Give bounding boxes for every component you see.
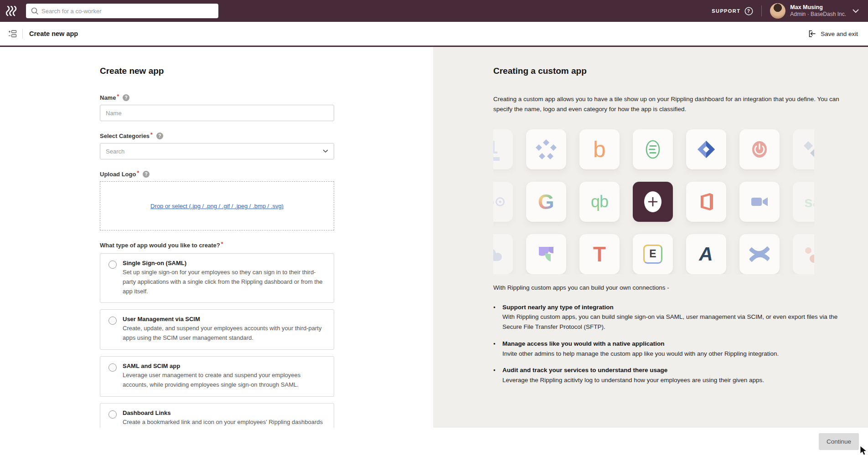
avatar [770,3,785,19]
benefit-description: Leverage the Rippling acitivty log to un… [502,375,853,385]
info-heading: Creating a custom app [493,66,868,76]
radio-icon[interactable] [108,317,117,325]
logo-upload-link[interactable]: Drop or select (.jpg / .png / .gif / .jp… [150,203,284,210]
required-mark: * [137,170,139,176]
ellipse-lines-icon [643,139,663,159]
app-tile-video-camera [739,182,780,222]
chevron-down-icon [852,9,859,13]
radio-icon[interactable] [108,410,117,419]
option-user-management-scim[interactable]: User Management via SCIM Create, update,… [100,309,334,350]
mouse-cursor [860,445,868,455]
app-tile-letter-b: b [579,129,620,169]
save-and-exit-button[interactable]: Save and exit [808,30,858,38]
app-tile-power [739,129,780,169]
app-tile-salmon-dots [793,234,814,274]
curved-x-icon [749,244,770,264]
option-description: Create, update, and suspend your employe… [123,324,326,343]
option-title: User Management via SCIM [123,316,326,322]
tile-row: ro G qb [493,182,814,222]
app-tile-curved-x [739,234,780,274]
option-dashboard-links[interactable]: Dashboard Links Create a bookmarked link… [100,403,334,428]
radio-icon[interactable] [108,261,117,269]
support-label: SUPPORT [712,8,740,14]
leaf-icon [536,244,556,264]
option-description: Set up single sign-on for your employees… [123,268,326,296]
option-title: Dashboard Links [123,409,326,416]
jira-diamond-icon [696,139,716,159]
benefit-title: Audit and track your services to underst… [502,366,853,375]
header-divider [761,5,762,16]
target-icon [495,197,505,207]
app-list-icon[interactable] [8,30,17,38]
name-help-icon[interactable]: ? [123,94,129,101]
benefit-item: Manage access like you would with a nati… [493,339,853,359]
app-tile-green-ellipse [633,129,673,169]
account-menu[interactable]: Max Musing Admin · BaseDash Inc. [770,3,859,19]
app-tile-ro-target: ro [493,182,513,222]
app-tile-quickbooks: qb [579,182,620,222]
app-type-group: What type of app would you like to creat… [100,242,334,428]
benefit-item: Audit and track your services to underst… [493,366,853,385]
page-title: Create new app [29,30,78,37]
benefit-description: With Rippling custom apps, you can build… [502,312,853,332]
app-tile-number-one: 1 [493,129,513,169]
benefit-title: Manage access like you would with a nati… [502,339,853,349]
two-diamonds-icon [803,139,814,159]
categories-search-input[interactable] [100,143,334,159]
categories-select[interactable] [100,143,334,159]
categories-field-group: Select Categories * ? [100,133,334,159]
app-tile-jira [686,129,726,169]
continue-button[interactable]: Continue [819,433,859,450]
diamond-star-icon [536,139,557,159]
required-mark: * [221,241,223,247]
name-label: Name [100,94,116,101]
tile-row: T E A [493,234,814,274]
radio-icon[interactable] [108,363,117,372]
categories-help-icon[interactable]: ? [156,133,163,139]
info-intro: Creating a custom app allows you to have… [493,94,843,115]
logo-help-icon[interactable]: ? [143,171,150,178]
app-type-label: What type of app would you like to creat… [100,242,220,249]
benefit-title: Support nearly any type of integration [502,303,853,312]
exit-icon [808,30,816,38]
search-input[interactable] [26,4,218,18]
option-single-sign-on-saml[interactable]: Single Sign-on (SAML) Set up single sign… [100,253,334,303]
page-toolbar: Create new app Save and exit [0,22,868,47]
benefits-list: Support nearly any type of integration W… [493,303,853,385]
app-tile-custom-app [633,182,673,222]
connections-line: With Rippling custom apps you can build … [493,284,868,291]
app-tile-letter-a: A [686,234,726,274]
logo-dropzone[interactable]: Drop or select (.jpg / .png / .gif / .jp… [100,181,334,230]
option-saml-and-scim[interactable]: SAML and SCIM app Leverage user manageme… [100,356,334,397]
required-mark: * [117,93,119,100]
form-heading: Create new app [100,66,334,76]
office-icon [696,192,716,212]
top-header: SUPPORT ? Max Musing Admin · BaseDash In… [0,0,868,22]
benefit-item: Support nearly any type of integration W… [493,303,853,332]
account-role: Admin · BaseDash Inc. [790,11,846,18]
app-tile-letter-e: E [633,234,673,274]
option-description: Leverage user management to create and s… [123,371,326,390]
rippling-app: SUPPORT ? Max Musing Admin · BaseDash In… [0,0,868,455]
required-mark: * [150,132,153,138]
logo-field-group: Upload Logo * ? Drop or select (.jpg / .… [100,171,334,230]
main-content: Create new app Name * ? Select Categorie… [0,47,868,428]
app-tile-diamond-star [526,129,566,169]
option-title: Single Sign-on (SAML) [123,260,326,266]
support-link[interactable]: SUPPORT ? [712,7,753,15]
info-pane: Creating a custom app Creating a custom … [433,47,868,428]
search-icon [31,7,39,17]
save-and-exit-label: Save and exit [821,31,858,37]
account-text: Max Musing Admin · BaseDash Inc. [790,4,846,18]
power-icon [749,139,770,159]
plus-icon [633,182,673,222]
svg-text:?: ? [747,9,751,14]
name-input[interactable] [100,105,334,121]
page-footer: Continue [0,428,868,455]
app-tile-letter-t: T [579,234,620,274]
app-tile-purple-leaf [526,234,566,274]
rippling-logo-icon[interactable] [6,5,20,16]
categories-label: Select Categories [100,133,150,139]
cloud-icon [493,246,503,262]
dots-icon [804,244,814,264]
